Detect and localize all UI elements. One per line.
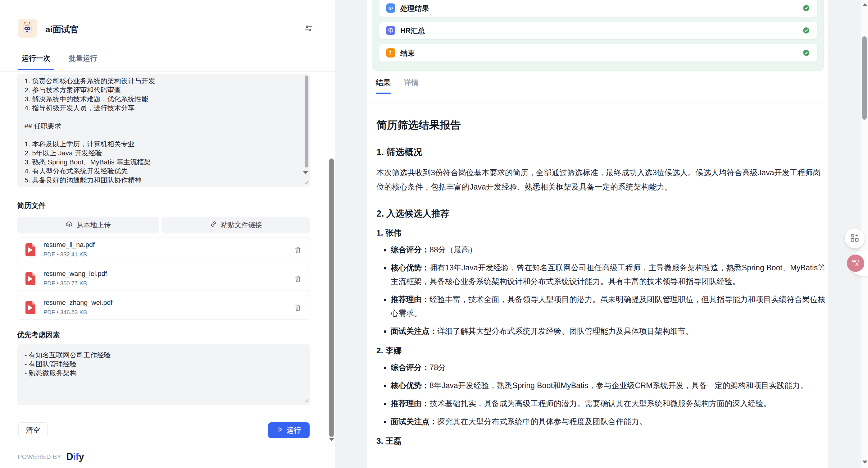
candidate-bullet-list: 综合评分：88分（最高） 核心优势：拥有13年Java开发经验，曾在知名互联网公… bbox=[376, 243, 826, 338]
page-scroll-up-arrow[interactable] bbox=[862, 3, 867, 6]
tabs-divider bbox=[367, 103, 828, 103]
pdf-file-icon bbox=[24, 243, 37, 258]
translate-button[interactable]: 中 A bbox=[847, 255, 864, 272]
page-scroll-down-arrow[interactable] bbox=[862, 461, 867, 464]
active-tab-underline bbox=[376, 93, 391, 94]
app-title: ai面试官 bbox=[45, 24, 79, 35]
success-check-icon bbox=[803, 27, 810, 35]
bullet-label: 推荐理由： bbox=[391, 295, 430, 303]
report-title: 简历筛选结果报告 bbox=[376, 118, 826, 133]
bullet-item: 综合评分：88分（最高） bbox=[391, 243, 826, 256]
bullet-item: 核心优势：8年Java开发经验，熟悉Spring Boot和MyBatis，参与… bbox=[391, 379, 826, 392]
powered-by-footer: POWERED BY Dify bbox=[18, 451, 84, 462]
robot-icon bbox=[21, 21, 34, 36]
priority-factors-textarea[interactable]: - 有知名互联网公司工作经验 - 有团队管理经验 - 熟悉微服务架构 bbox=[17, 344, 310, 405]
bullet-item: 综合评分：78分 bbox=[391, 360, 826, 374]
bullet-label: 综合评分： bbox=[391, 245, 430, 254]
cloud-upload-icon bbox=[65, 220, 73, 230]
paste-link-button[interactable]: 粘贴文件链接 bbox=[161, 217, 310, 233]
result-panel: 处理结果 HR汇总 bbox=[367, 0, 828, 468]
settings-button[interactable] bbox=[302, 22, 315, 35]
tab-result[interactable]: 结果 bbox=[376, 78, 391, 88]
upload-local-label: 从本地上传 bbox=[77, 220, 111, 230]
workflow-node-process-result[interactable]: 处理结果 bbox=[379, 0, 817, 17]
resize-handle-icon[interactable] bbox=[305, 399, 309, 404]
node-label: 处理结果 bbox=[400, 4, 429, 13]
delete-file-button[interactable] bbox=[294, 275, 302, 284]
resume-files-label: 简历文件 bbox=[17, 201, 45, 210]
bullet-item: 面试关注点：探究其在大型分布式系统中的具体参与程度及团队合作能力。 bbox=[391, 414, 826, 428]
bullet-label: 综合评分： bbox=[391, 363, 430, 372]
link-icon bbox=[210, 220, 217, 230]
file-card[interactable]: resume_li_na.pdf PDF • 332.41 KB bbox=[17, 237, 310, 262]
play-icon bbox=[277, 426, 283, 435]
report-markdown: 简历筛选结果报告 1. 筛选概况 本次筛选共收到3份符合岗位基本要求的简历，全部… bbox=[376, 108, 826, 446]
node-label: 结束 bbox=[400, 49, 414, 58]
bullet-text: 探究其在大型分布式系统中的具体参与程度及团队合作能力。 bbox=[437, 417, 647, 426]
app-config-panel: ai面试官 运行一次 批量运行 1. 负责公司核心业务系统的架构设计与开发 2.… bbox=[0, 0, 335, 468]
pdf-file-icon bbox=[24, 272, 37, 287]
llm-brain-icon bbox=[386, 26, 395, 35]
upload-local-button[interactable]: 从本地上传 bbox=[17, 217, 159, 233]
file-card[interactable]: resume_zhang_wei.pdf PDF • 346.83 KB bbox=[17, 295, 310, 320]
success-check-icon bbox=[803, 49, 810, 58]
file-meta: PDF • 346.83 KB bbox=[43, 309, 87, 316]
bullet-label: 推荐理由： bbox=[391, 399, 430, 408]
left-panel-scroll-down-arrow[interactable] bbox=[329, 438, 334, 441]
end-flag-icon bbox=[386, 48, 395, 58]
powered-by-text: POWERED BY bbox=[18, 454, 61, 461]
workflow-status-panel: 处理结果 HR汇总 bbox=[372, 0, 824, 71]
bullet-text: 经验丰富，技术全面，具备领导大型项目的潜力。虽未明确提及团队管理职位，但其指导能… bbox=[391, 295, 826, 317]
preferences-sliders-icon bbox=[304, 24, 313, 34]
app-avatar bbox=[18, 19, 37, 38]
node-label: HR汇总 bbox=[400, 26, 425, 36]
grid-sparkle-icon bbox=[849, 232, 860, 244]
templates-button[interactable] bbox=[845, 228, 865, 248]
section-body: 本次筛选共收到3份符合岗位基本要求的简历，全部通过筛选标准，最终成功入选3位候选… bbox=[376, 165, 826, 194]
success-check-icon bbox=[803, 4, 810, 13]
file-name: resume_zhang_wei.pdf bbox=[43, 299, 113, 307]
dify-logo[interactable]: Dify bbox=[66, 451, 84, 462]
dify-logo-d: D bbox=[66, 451, 73, 462]
tab-run-once[interactable]: 运行一次 bbox=[18, 54, 54, 63]
bullet-item: 面试关注点：详细了解其大型分布式系统开发经验、团队管理能力及具体项目架构细节。 bbox=[391, 324, 826, 338]
bullet-text: 详细了解其大型分布式系统开发经验、团队管理能力及具体项目架构细节。 bbox=[437, 327, 693, 335]
file-card[interactable]: resume_wang_lei.pdf PDF • 350.77 KB bbox=[17, 266, 310, 291]
tab-detail[interactable]: 详情 bbox=[404, 78, 418, 88]
delete-file-button[interactable] bbox=[294, 246, 302, 255]
dify-logo-y: y bbox=[79, 451, 84, 462]
bullet-label: 面试关注点： bbox=[391, 327, 437, 335]
textarea-scrollbar-thumb[interactable] bbox=[305, 76, 308, 168]
bullet-item: 推荐理由：技术基础扎实，具备成为高级工程师的潜力。需要确认其在大型系统和微服务架… bbox=[391, 397, 826, 410]
scroll-down-arrow-icon[interactable] bbox=[303, 171, 308, 174]
bullet-item: 推荐理由：经验丰富，技术全面，具备领导大型项目的潜力。虽未明确提及团队管理职位，… bbox=[391, 292, 826, 320]
bullet-item: 核心优势：拥有13年Java开发经验，曾在知名互联网公司担任高级工程师，主导微服… bbox=[391, 261, 826, 288]
priority-factors-field: - 有知名互联网公司工作经验 - 有团队管理经验 - 熟悉微服务架构 bbox=[17, 344, 310, 405]
priority-factors-label: 优先考虑因素 bbox=[17, 330, 60, 340]
bullet-label: 核心优势： bbox=[391, 263, 430, 272]
section-heading: 2. 入选候选人推荐 bbox=[376, 208, 826, 220]
code-icon bbox=[386, 3, 395, 13]
delete-file-button[interactable] bbox=[294, 303, 302, 313]
svg-text:A: A bbox=[855, 262, 859, 267]
workflow-node-hr-summary[interactable]: HR汇总 bbox=[379, 22, 817, 39]
candidate-heading: 3. 王磊 bbox=[376, 436, 826, 446]
bullet-label: 核心优势： bbox=[391, 381, 430, 390]
candidate-heading: 1. 张伟 bbox=[376, 228, 826, 238]
bullet-text: 88分（最高） bbox=[430, 245, 477, 254]
job-description-textarea[interactable]: 1. 负责公司核心业务系统的架构设计与开发 2. 参与技术方案评审和代码审查 3… bbox=[17, 74, 310, 187]
file-name: resume_wang_lei.pdf bbox=[43, 270, 107, 278]
bullet-text: 拥有13年Java开发经验，曾在知名互联网公司担任高级工程师，主导微服务架构改造… bbox=[391, 263, 826, 286]
tabs-divider bbox=[0, 71, 335, 72]
translate-icon: 中 A bbox=[850, 258, 861, 269]
resize-handle-icon[interactable] bbox=[305, 180, 309, 185]
left-panel-scrollbar-thumb[interactable] bbox=[329, 158, 334, 437]
workflow-node-end[interactable]: 结束 bbox=[379, 44, 817, 61]
tab-batch-run[interactable]: 批量运行 bbox=[69, 54, 97, 63]
page-scrollbar-thumb[interactable] bbox=[862, 36, 867, 120]
active-tab-underline bbox=[18, 69, 54, 70]
candidate-bullet-list: 综合评分：78分 核心优势：8年Java开发经验，熟悉Spring Boot和M… bbox=[376, 360, 826, 428]
clear-button[interactable]: 清空 bbox=[18, 422, 48, 438]
run-button[interactable]: 运行 bbox=[268, 422, 310, 438]
bullet-text: 78分 bbox=[430, 363, 446, 372]
